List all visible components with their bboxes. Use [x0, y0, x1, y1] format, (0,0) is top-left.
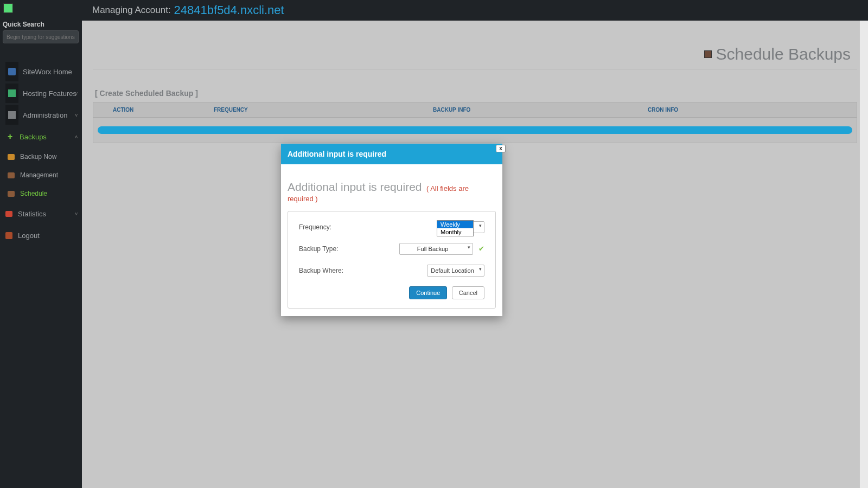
sidebar-item-admin[interactable]: Administration v: [0, 104, 82, 126]
close-button[interactable]: x: [496, 145, 506, 152]
managing-account-label: Managing Account:: [92, 5, 171, 16]
sidebar-item-statistics[interactable]: Statistics v: [0, 203, 82, 224]
sidebar-item-backups[interactable]: ✚ Backups ʌ: [0, 126, 82, 147]
frequency-option-monthly[interactable]: Monthly: [437, 228, 473, 236]
modal-title-bar: Additional input is required x: [281, 144, 502, 164]
backup-type-label: Backup Type:: [299, 245, 339, 253]
check-icon: ✔: [478, 245, 484, 253]
backup-table: ACTION FREQUENCY BACKUP INFO CRON INFO: [93, 102, 857, 143]
continue-button[interactable]: Continue: [409, 286, 447, 299]
sidebar-item-label: Logout: [18, 232, 40, 240]
tools-icon: [5, 105, 18, 125]
sidebar-item-logout[interactable]: Logout: [0, 224, 82, 246]
table-loading-bar: [98, 126, 852, 134]
account-name: 24841bf5d4.nxcli.net: [174, 3, 284, 17]
home-icon: [5, 62, 18, 81]
frequency-option-weekly[interactable]: Weekly: [437, 221, 473, 228]
chevron-down-icon: v: [75, 112, 78, 118]
backup-type-select[interactable]: Full Backup: [399, 243, 473, 255]
sidebar-item-schedule[interactable]: Schedule: [0, 184, 82, 203]
sidebar-item-label: Administration: [23, 111, 67, 119]
col-action[interactable]: ACTION: [93, 107, 207, 113]
sidebar-item-label: Backup Now: [20, 153, 56, 160]
col-frequency[interactable]: FREQUENCY: [207, 107, 426, 113]
disk-icon: [8, 154, 15, 160]
backup-where-select[interactable]: Default Location: [427, 265, 484, 277]
page-title-text: Schedule Backups: [716, 45, 851, 63]
frequency-label: Frequency:: [299, 223, 331, 231]
col-cron-info[interactable]: CRON INFO: [641, 107, 857, 113]
sidebar-item-label: SiteWorx Home: [23, 68, 72, 76]
schedule-icon: [704, 50, 712, 58]
monitor-icon: [5, 84, 18, 103]
chart-icon: [5, 211, 12, 217]
sidebar-item-label: Schedule: [20, 190, 47, 197]
sidebar-item-home[interactable]: SiteWorx Home: [0, 61, 82, 82]
create-scheduled-backup-link[interactable]: [ Create Scheduled Backup ]: [93, 69, 857, 102]
sidebar-item-label: Statistics: [18, 210, 46, 218]
chevron-down-icon: v: [75, 211, 78, 216]
chevron-up-icon: ʌ: [75, 134, 78, 139]
sidebar-item-management[interactable]: Management: [0, 166, 82, 184]
frequency-dropdown-list: Weekly Monthly: [437, 220, 474, 236]
scrollbar[interactable]: [859, 21, 868, 488]
logo-icon: [3, 3, 13, 13]
modal-heading: Additional input is required: [288, 181, 422, 193]
sidebar-item-backup-now[interactable]: Backup Now: [0, 147, 82, 166]
page-title: Schedule Backups: [704, 45, 851, 63]
top-header: Managing Account: 24841bf5d4.nxcli.net: [0, 0, 868, 21]
modal-title: Additional input is required: [288, 150, 386, 158]
sidebar: Quick Search SiteWorx Home Hosting Featu…: [0, 17, 82, 488]
sidebar-item-label: Management: [20, 171, 58, 179]
clock-icon: [8, 191, 15, 197]
sidebar-item-label: Hosting Features: [23, 89, 76, 98]
col-backup-info[interactable]: BACKUP INFO: [426, 107, 641, 113]
sidebar-item-label: Backups: [20, 133, 47, 141]
logout-icon: [5, 232, 12, 239]
chevron-down-icon: v: [75, 91, 78, 96]
backup-icon: ✚: [5, 132, 14, 141]
quick-search-input[interactable]: [3, 30, 79, 43]
table-header: ACTION FREQUENCY BACKUP INFO CRON INFO: [93, 102, 857, 118]
cancel-button[interactable]: Cancel: [452, 286, 484, 299]
sidebar-item-hosting[interactable]: Hosting Features v: [0, 82, 82, 104]
backup-where-label: Backup Where:: [299, 267, 343, 274]
folder-icon: [8, 172, 15, 178]
quick-search-label: Quick Search: [3, 21, 79, 28]
